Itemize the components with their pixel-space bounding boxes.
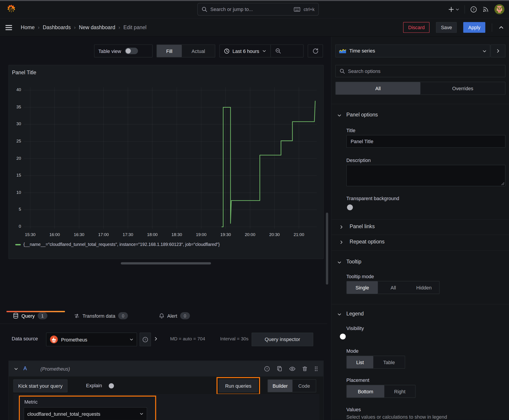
panel-links-section[interactable]: Panel links (350, 224, 375, 230)
vertical-scrollbar[interactable] (326, 212, 328, 285)
options-sidebar: Time series Search options All Overrides (331, 37, 509, 420)
builder-option[interactable]: Builder (268, 380, 292, 392)
chevron-right-icon[interactable] (339, 240, 344, 244)
repeat-options-section[interactable]: Repeat options (350, 239, 385, 245)
y-axis-label: 15 (9, 173, 21, 178)
window-top-edge (0, 0, 509, 1)
chevron-right-icon[interactable] (153, 337, 158, 341)
global-search-input[interactable]: Search or jump to... ctrl+k (197, 3, 319, 15)
hide-response-eye-icon[interactable] (289, 366, 295, 371)
tooltip-hidden-option[interactable]: Hidden (409, 281, 439, 294)
chevron-down-icon[interactable] (337, 113, 342, 118)
query-help-icon[interactable]: ? (264, 366, 270, 372)
query-row-header[interactable]: A (Prometheus) ? (9, 361, 323, 376)
fill-option[interactable]: Fill (157, 45, 182, 57)
chevron-down-icon[interactable] (337, 260, 342, 264)
description-textarea[interactable] (346, 165, 505, 186)
tab-overrides[interactable]: Overrides (420, 82, 505, 94)
visibility-label: Visibility (346, 326, 364, 331)
tab-query[interactable]: Query 1 (13, 308, 47, 323)
mode-table-option[interactable]: Table (373, 356, 405, 368)
breadcrumb-home[interactable]: Home (21, 24, 35, 30)
query-ref-id: A (23, 366, 27, 372)
title-label: Title (346, 128, 355, 133)
time-range-picker[interactable]: Last 6 hours (220, 45, 270, 57)
breadcrumb-new-dashboard[interactable]: New dashboard (79, 24, 115, 30)
search-placeholder: Search or jump to... (210, 7, 290, 12)
chart-legend[interactable]: {__name__="cloudflared_tunnel_total_requ… (15, 242, 220, 247)
search-icon (202, 7, 207, 12)
remove-query-trash-icon[interactable] (302, 366, 307, 372)
resize-handle-icon[interactable] (501, 182, 504, 185)
time-range-label: Last 6 hours (233, 48, 259, 54)
grafana-logo-icon[interactable] (7, 4, 16, 14)
panel-title-input[interactable] (346, 135, 505, 148)
horizontal-scrollbar[interactable] (121, 262, 211, 264)
prometheus-icon (50, 335, 58, 344)
legend-placement-label: Placement (346, 377, 369, 383)
tooltip-single-option[interactable]: Single (347, 281, 378, 294)
placement-right-option[interactable]: Right (384, 385, 415, 398)
mode-list-option[interactable]: List (347, 356, 373, 368)
user-avatar[interactable] (494, 4, 504, 14)
news-rss-icon[interactable] (482, 6, 489, 13)
actual-option[interactable]: Actual (182, 45, 215, 57)
code-option[interactable]: Code (292, 380, 316, 392)
x-axis-label: 19:00 (190, 232, 213, 237)
builder-code-segmented: Builder Code (267, 379, 316, 392)
help-icon[interactable]: ? (470, 6, 477, 13)
placement-bottom-option[interactable]: Bottom (347, 385, 384, 398)
tooltip-all-option[interactable]: All (378, 281, 409, 294)
refresh-button[interactable] (308, 45, 323, 57)
panel-options-header[interactable]: Panel options (346, 112, 378, 118)
query-inspector-button[interactable]: Query inspector (251, 333, 313, 346)
breadcrumb-bar: Home › Dashboards › New dashboard › Edit… (0, 18, 509, 37)
chart-panel[interactable]: Panel Title 0510152025303540 15:3016:001… (8, 65, 324, 259)
kick-start-query-button[interactable]: Kick start your query (13, 379, 67, 392)
max-data-points-stat: MD = auto = 704 (170, 336, 205, 341)
y-axis-label: 30 (9, 121, 21, 126)
tab-all[interactable]: All (336, 82, 421, 94)
top-nav-bar: Search or jump to... ctrl+k ? (0, 0, 509, 18)
actions-divider (492, 23, 492, 32)
breadcrumb-edit-panel: Edit panel (123, 24, 146, 30)
save-button[interactable]: Save (436, 22, 457, 33)
metric-value: cloudflared_tunnel_total_requests (27, 411, 100, 417)
legend-series-label[interactable]: {__name__="cloudflared_tunnel_total_requ… (23, 242, 220, 247)
tab-alert[interactable]: Alert 0 (159, 308, 190, 323)
datasource-picker[interactable]: Prometheus (46, 333, 137, 346)
search-options-input[interactable]: Search options (335, 65, 505, 77)
divider (332, 250, 509, 250)
chevron-up-icon[interactable] (499, 25, 504, 30)
discard-button[interactable]: Discard (403, 22, 430, 33)
y-axis-label: 0 (9, 224, 21, 229)
x-axis-label: 18:30 (165, 232, 188, 237)
tooltip-mode-label: Tooltip mode (346, 273, 374, 279)
chevron-down-icon[interactable] (14, 367, 18, 371)
divider (332, 235, 509, 235)
apply-button[interactable]: Apply (463, 22, 486, 33)
legend-header[interactable]: Legend (346, 311, 364, 317)
datasource-help-button[interactable]: ? (140, 333, 151, 346)
add-menu-button[interactable] (448, 6, 459, 12)
menu-hamburger-icon[interactable] (5, 24, 12, 30)
duplicate-query-icon[interactable] (277, 366, 282, 372)
visualization-picker[interactable]: Time series (335, 45, 490, 57)
drag-handle-grip-icon[interactable] (314, 366, 318, 372)
run-queries-button[interactable]: Run queries (219, 379, 258, 392)
x-axis-label: 18:00 (141, 232, 164, 237)
metric-select[interactable]: cloudflared_tunnel_total_requests (24, 407, 147, 420)
tab-transform-data[interactable]: Transform data 0 (74, 308, 128, 323)
metric-highlight: Metric cloudflared_tunnel_total_requests (19, 396, 156, 420)
time-series-chart[interactable] (24, 87, 317, 229)
chevron-right-icon[interactable] (339, 225, 344, 229)
breadcrumb-dashboards[interactable]: Dashboards (43, 24, 71, 30)
chevron-down-icon (129, 338, 133, 341)
tooltip-header[interactable]: Tooltip (346, 259, 361, 265)
collapse-options-button[interactable] (491, 45, 506, 57)
series-color-dash (15, 244, 21, 245)
zoom-out-button[interactable] (271, 45, 286, 57)
x-axis-label: 21:00 (288, 232, 310, 237)
chevron-down-icon[interactable] (337, 312, 342, 316)
table-view-toggle[interactable] (125, 48, 138, 54)
